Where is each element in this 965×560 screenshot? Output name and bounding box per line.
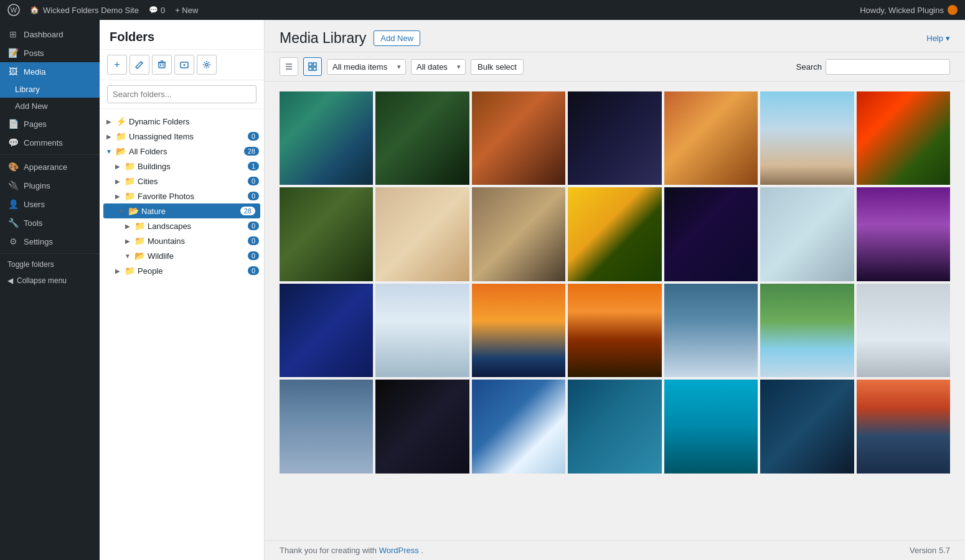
media-item[interactable] bbox=[568, 380, 661, 473]
folder-icon: 📁 bbox=[125, 161, 135, 171]
date-filter-dropdown[interactable]: All dates bbox=[411, 59, 466, 75]
sidebar-item-comments[interactable]: 💬 Comments bbox=[0, 133, 100, 152]
media-item[interactable] bbox=[280, 284, 373, 377]
list-view-button[interactable] bbox=[280, 57, 298, 76]
tree-item-all-folders[interactable]: ▼ 📂 All Folders 28 bbox=[100, 144, 264, 159]
plugins-icon: 🔌 bbox=[7, 180, 19, 191]
media-item[interactable] bbox=[857, 91, 950, 185]
collapse-menu[interactable]: ◀ Collapse menu bbox=[0, 273, 100, 289]
sidebar-item-dashboard[interactable]: ⊞ Dashboard bbox=[0, 25, 100, 44]
sidebar-item-add-new-media[interactable]: Add New bbox=[0, 98, 100, 114]
media-item[interactable] bbox=[760, 284, 854, 377]
tree-item-mountains[interactable]: ▶ 📁 Mountains 0 bbox=[100, 233, 264, 248]
sidebar-item-media[interactable]: 🖼 Media bbox=[0, 62, 100, 81]
media-item[interactable] bbox=[857, 380, 950, 473]
media-filter-select[interactable]: All media items bbox=[327, 59, 406, 75]
tree-item-favorite-photos[interactable]: ▶ 📁 Favorite Photos 0 bbox=[100, 189, 264, 203]
chevron-right-icon: ▶ bbox=[113, 266, 122, 275]
media-item[interactable] bbox=[760, 380, 854, 473]
site-name[interactable]: 🏠 Wicked Folders Demo Site bbox=[30, 6, 139, 15]
bulk-select-button[interactable]: Bulk select bbox=[471, 59, 524, 75]
media-item[interactable] bbox=[472, 284, 565, 377]
tree-item-unassigned[interactable]: ▶ 📁 Unassigned Items 0 bbox=[100, 129, 264, 144]
media-item[interactable] bbox=[760, 187, 854, 281]
media-item[interactable] bbox=[375, 187, 469, 281]
media-item[interactable] bbox=[472, 380, 565, 473]
sidebar-divider-2 bbox=[0, 253, 100, 254]
sidebar-item-plugins[interactable]: 🔌 Plugins bbox=[0, 176, 100, 195]
media-item[interactable] bbox=[280, 187, 373, 281]
tree-item-people[interactable]: ▶ 📁 People 0 bbox=[100, 263, 264, 278]
sidebar-item-library[interactable]: Library bbox=[0, 81, 100, 98]
media-item[interactable] bbox=[375, 284, 469, 377]
chevron-right-icon: ▶ bbox=[113, 177, 122, 185]
media-item[interactable] bbox=[375, 380, 469, 473]
svg-text:W: W bbox=[11, 6, 17, 14]
new-content-link[interactable]: + New bbox=[175, 6, 198, 15]
tree-item-buildings[interactable]: ▶ 📁 Buildings 1 bbox=[100, 159, 264, 174]
avatar bbox=[948, 5, 958, 15]
version-text: Version 5.7 bbox=[910, 546, 950, 555]
chevron-down-icon: ▼ bbox=[105, 147, 113, 156]
wordpress-link[interactable]: WordPress bbox=[379, 546, 419, 555]
add-subfolder-button[interactable] bbox=[174, 55, 194, 75]
folder-icon: 📁 bbox=[134, 221, 145, 231]
tree-item-cities[interactable]: ▶ 📁 Cities 0 bbox=[100, 174, 264, 189]
media-item[interactable] bbox=[568, 91, 661, 185]
media-item[interactable] bbox=[664, 187, 758, 281]
sidebar-item-pages[interactable]: 📄 Pages bbox=[0, 114, 100, 133]
folder-icon: 📁 bbox=[116, 131, 126, 141]
chevron-right-icon: ▶ bbox=[123, 236, 132, 245]
delete-folder-button[interactable] bbox=[152, 55, 172, 75]
chevron-down-icon: ▾ bbox=[946, 34, 950, 43]
folder-icon: 📁 bbox=[134, 236, 145, 246]
tree-item-wildlife[interactable]: ▼ 📂 Wildlife 0 bbox=[100, 248, 264, 263]
media-item[interactable] bbox=[857, 187, 950, 281]
media-item[interactable] bbox=[280, 380, 373, 473]
help-button[interactable]: Help ▾ bbox=[926, 34, 950, 43]
date-filter-select[interactable]: All dates bbox=[411, 59, 466, 75]
dashboard-icon: ⊞ bbox=[7, 29, 19, 40]
media-filter-dropdown[interactable]: All media items bbox=[327, 59, 406, 75]
add-folder-button[interactable]: + bbox=[107, 55, 127, 75]
search-input[interactable] bbox=[826, 59, 950, 75]
comments-icon: 💬 bbox=[7, 137, 19, 148]
media-item[interactable] bbox=[472, 91, 565, 185]
folders-panel: Folders + bbox=[100, 20, 265, 560]
folders-search-input[interactable] bbox=[107, 85, 257, 103]
sidebar-item-posts[interactable]: 📝 Posts bbox=[0, 44, 100, 62]
wp-logo[interactable]: W bbox=[7, 4, 20, 16]
folder-open-icon: 📂 bbox=[128, 206, 139, 216]
media-item[interactable] bbox=[568, 187, 661, 281]
comments-link[interactable]: 💬 0 bbox=[149, 6, 165, 15]
media-item[interactable] bbox=[857, 284, 950, 377]
media-item[interactable] bbox=[664, 380, 758, 473]
media-item[interactable] bbox=[760, 91, 854, 185]
sidebar-item-users[interactable]: 👤 Users bbox=[0, 195, 100, 213]
sidebar-item-appearance[interactable]: 🎨 Appearance bbox=[0, 157, 100, 176]
main-layout: ⊞ Dashboard 📝 Posts 🖼 Media Library Add … bbox=[0, 20, 965, 560]
tree-item-dynamic[interactable]: ▶ ⚡ Dynamic Folders bbox=[100, 114, 264, 129]
media-item[interactable] bbox=[280, 91, 373, 185]
media-item[interactable] bbox=[664, 284, 758, 377]
sidebar-item-tools[interactable]: 🔧 Tools bbox=[0, 213, 100, 232]
media-item[interactable] bbox=[375, 91, 469, 185]
add-new-button[interactable]: Add New bbox=[374, 30, 420, 46]
media-item[interactable] bbox=[664, 91, 758, 185]
sidebar-item-settings[interactable]: ⚙ Settings bbox=[0, 232, 100, 251]
tree-item-nature[interactable]: ▼ 📂 Nature 28 bbox=[103, 203, 260, 218]
lightning-icon: ⚡ bbox=[116, 116, 126, 126]
folder-settings-button[interactable] bbox=[197, 55, 217, 75]
media-item[interactable] bbox=[472, 187, 565, 281]
svg-rect-3 bbox=[159, 63, 165, 68]
tree-item-landscapes[interactable]: ▶ 📁 Landscapes 0 bbox=[100, 218, 264, 233]
media-grid bbox=[280, 91, 950, 474]
media-item[interactable] bbox=[568, 284, 661, 377]
folder-icon: 📁 bbox=[125, 191, 135, 201]
user-greeting: Howdy, Wicked Plugins bbox=[860, 5, 958, 15]
admin-bar: W 🏠 Wicked Folders Demo Site 💬 0 + New H… bbox=[0, 0, 965, 20]
toggle-folders[interactable]: Toggle folders bbox=[0, 256, 100, 273]
grid-view-button[interactable] bbox=[303, 57, 322, 76]
edit-folder-button[interactable] bbox=[129, 55, 149, 75]
settings-icon: ⚙ bbox=[7, 236, 19, 247]
